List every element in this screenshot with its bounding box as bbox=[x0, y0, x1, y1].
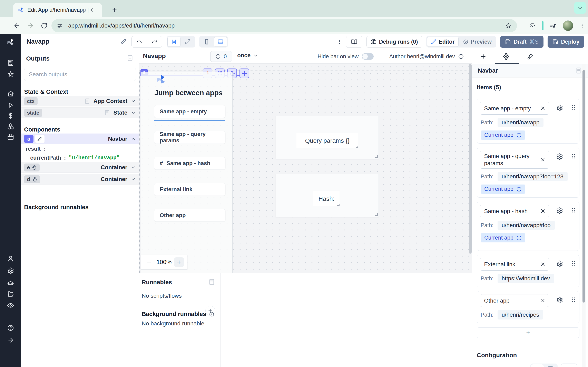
url-bar[interactable]: app.windmill.dev/apps/edit/u/henri/navap… bbox=[52, 19, 517, 32]
new-tab-button[interactable] bbox=[109, 4, 120, 15]
current-path-row[interactable]: currentPath : "u/henri/navapp" bbox=[30, 155, 120, 161]
chevron-down-icon[interactable] bbox=[131, 110, 136, 115]
item-path[interactable]: u/henri/recipes bbox=[498, 310, 543, 319]
item-label-input[interactable]: Same app - query params bbox=[480, 151, 549, 169]
browser-profile-avatar[interactable] bbox=[563, 20, 573, 31]
media-controls-icon[interactable] bbox=[550, 22, 557, 29]
component-settings-tab[interactable] bbox=[503, 53, 510, 60]
zoom-in-button[interactable]: + bbox=[174, 257, 184, 267]
chevron-down-icon[interactable] bbox=[131, 176, 136, 182]
deploy-button[interactable]: Deploy bbox=[548, 36, 584, 48]
resize-handle[interactable] bbox=[375, 213, 378, 216]
full-width-layout-button[interactable] bbox=[181, 37, 194, 47]
item-path[interactable]: u/henri/navapp#foo bbox=[498, 221, 555, 230]
connect-input-button[interactable] bbox=[561, 364, 577, 367]
drag-handle-icon[interactable] bbox=[571, 104, 577, 110]
container-e-row[interactable]: e Container bbox=[21, 162, 139, 173]
browser-menu-icon[interactable] bbox=[579, 23, 585, 28]
insert-component-tab[interactable] bbox=[480, 53, 487, 60]
runs-icon[interactable] bbox=[6, 101, 15, 110]
state-row[interactable]: state State bbox=[21, 108, 139, 118]
chevron-up-icon[interactable] bbox=[131, 136, 136, 142]
favorites-star-icon[interactable] bbox=[6, 70, 15, 79]
item-label-input[interactable]: External link bbox=[480, 258, 549, 271]
chevron-down-icon[interactable] bbox=[131, 165, 136, 170]
right-panel-scrollbar[interactable] bbox=[582, 64, 586, 367]
nav-item-query-params[interactable]: Same app - query params bbox=[154, 131, 225, 144]
resize-handle[interactable] bbox=[337, 204, 339, 206]
resize-handle[interactable] bbox=[375, 155, 378, 158]
preview-tab[interactable]: Preview bbox=[459, 37, 495, 47]
clear-icon[interactable] bbox=[540, 157, 546, 162]
navbar-component-preview[interactable]: Jump between apps Same app - empty Same … bbox=[141, 72, 233, 273]
add-background-runnable-button[interactable] bbox=[205, 306, 215, 316]
panel-docs-icon[interactable] bbox=[127, 55, 134, 62]
canvas-scrollbar[interactable] bbox=[469, 64, 472, 254]
clear-icon[interactable] bbox=[540, 208, 546, 214]
move-component-button[interactable] bbox=[240, 68, 249, 78]
clear-icon[interactable] bbox=[540, 105, 546, 111]
extensions-icon[interactable] bbox=[529, 22, 536, 29]
rename-component-button[interactable] bbox=[35, 135, 44, 143]
resize-handle[interactable] bbox=[356, 146, 358, 148]
item-settings-gear-icon[interactable] bbox=[556, 207, 563, 214]
back-button[interactable] bbox=[12, 21, 22, 31]
help-icon[interactable] bbox=[6, 323, 15, 332]
workspace-icon[interactable] bbox=[6, 58, 15, 67]
expression-value-button[interactable]: f bbox=[544, 364, 557, 367]
drag-handle-icon[interactable] bbox=[571, 260, 577, 267]
users-icon[interactable] bbox=[6, 254, 15, 263]
docs-button[interactable] bbox=[346, 36, 362, 48]
hide-bar-toggle[interactable] bbox=[362, 53, 374, 60]
ctx-row[interactable]: ctx App Context bbox=[21, 96, 139, 106]
url-text[interactable]: app.windmill.dev/apps/edit/u/henri/navap… bbox=[68, 22, 505, 29]
zoom-out-button[interactable]: − bbox=[144, 257, 154, 267]
styling-tab[interactable] bbox=[527, 53, 534, 60]
drag-handle-icon[interactable] bbox=[571, 207, 577, 213]
nav-item-same-app-empty[interactable]: Same app - empty bbox=[154, 105, 225, 118]
container-d-row[interactable]: d Container bbox=[21, 174, 139, 184]
mobile-view-button[interactable] bbox=[200, 37, 213, 47]
item-label-input[interactable]: Other app bbox=[480, 294, 549, 307]
item-settings-gear-icon[interactable] bbox=[556, 153, 563, 160]
clear-icon[interactable] bbox=[540, 261, 546, 267]
add-item-button[interactable]: + bbox=[477, 327, 579, 338]
audit-eye-icon[interactable] bbox=[6, 301, 15, 310]
item-label-input[interactable]: Same app - hash bbox=[480, 205, 549, 217]
centered-layout-button[interactable] bbox=[167, 37, 181, 47]
debug-runs-button[interactable]: Debug runs (0) bbox=[366, 36, 422, 48]
resources-icon[interactable] bbox=[6, 122, 15, 131]
redo-button[interactable] bbox=[147, 36, 162, 47]
selection-resize-line[interactable] bbox=[246, 73, 246, 273]
hash-container[interactable]: Hash: bbox=[276, 174, 379, 217]
nav-item-other-app[interactable]: Other app bbox=[154, 209, 225, 222]
drag-handle-icon[interactable] bbox=[571, 297, 577, 303]
static-value-button[interactable] bbox=[531, 364, 544, 367]
search-outputs-input[interactable] bbox=[24, 68, 136, 81]
scrollbar-thumb[interactable] bbox=[582, 70, 585, 303]
item-label-input[interactable]: Same app - empty bbox=[480, 102, 549, 115]
info-icon[interactable] bbox=[458, 54, 464, 59]
workers-bot-icon[interactable] bbox=[6, 278, 15, 287]
navbar-component-row[interactable]: a Navbar bbox=[21, 133, 139, 144]
item-settings-gear-icon[interactable] bbox=[556, 104, 563, 111]
undo-button[interactable] bbox=[132, 36, 147, 47]
info-icon[interactable] bbox=[516, 235, 522, 241]
nav-item-external-link[interactable]: External link bbox=[154, 183, 225, 196]
query-params-container[interactable]: Query params {} bbox=[276, 116, 379, 159]
panel-docs-icon[interactable] bbox=[575, 67, 582, 74]
drag-handle-icon[interactable] bbox=[571, 153, 577, 159]
chevron-down-icon[interactable] bbox=[131, 99, 136, 104]
refresh-count-button[interactable]: 0 bbox=[210, 51, 232, 62]
schedules-icon[interactable] bbox=[6, 133, 15, 142]
draft-button[interactable]: Draft ⌘S bbox=[500, 36, 544, 48]
settings-gear-icon[interactable] bbox=[6, 266, 15, 275]
item-path[interactable]: u/henri/navapp bbox=[498, 118, 544, 127]
folders-icon[interactable] bbox=[6, 290, 15, 299]
result-key-row[interactable]: result : bbox=[26, 146, 46, 152]
windmill-logo[interactable] bbox=[6, 38, 15, 47]
item-settings-gear-icon[interactable] bbox=[556, 297, 563, 304]
panel-docs-icon[interactable] bbox=[208, 278, 215, 285]
site-settings-icon[interactable] bbox=[57, 23, 63, 29]
info-icon[interactable] bbox=[516, 187, 522, 192]
